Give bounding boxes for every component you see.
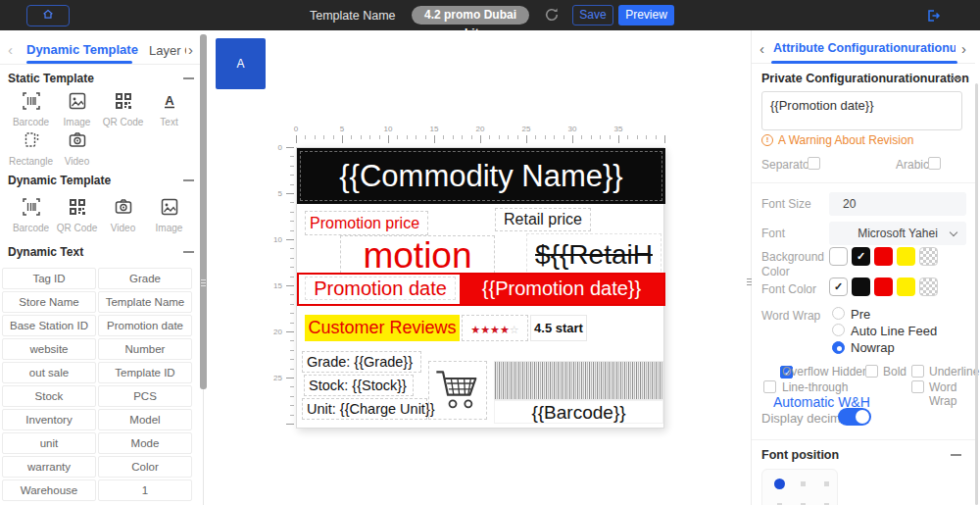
overflow-hidden-label[interactable]: Overflow Hidden [782, 365, 869, 379]
field-chip[interactable]: Template ID [98, 362, 192, 383]
star-rating-element[interactable] [462, 315, 528, 341]
line-through-label[interactable]: Line-through [782, 380, 848, 394]
preview-button[interactable]: Preview [618, 5, 674, 25]
field-chip[interactable]: Inventory [2, 409, 96, 430]
retail-price-value-element[interactable]: ${{RetaiH [526, 233, 662, 277]
value-textarea[interactable]: {{Promotion date}} [761, 91, 962, 130]
word-wrap-autolinefeed-radio[interactable] [832, 324, 845, 336]
word-wrap-checkbox[interactable] [911, 380, 924, 393]
home-button[interactable] [26, 5, 70, 26]
swatch-white[interactable] [829, 247, 848, 266]
chevron-left-icon[interactable]: ‹ [8, 40, 13, 60]
field-chip[interactable]: Warehouse [2, 480, 96, 501]
unit-element[interactable]: Unit: {{Charge Unit}} [302, 398, 427, 420]
swatch-transparent[interactable] [919, 247, 938, 266]
commodity-name-element[interactable]: {{Commodity Name}} [297, 148, 665, 204]
font-position-top-right[interactable] [824, 481, 829, 486]
swatch-red[interactable] [874, 247, 893, 266]
static-qrcode-tool[interactable]: QR Code [100, 91, 146, 127]
collapse-private-icon[interactable] [951, 77, 961, 79]
word-wrap-nowrap-radio[interactable] [832, 341, 845, 354]
static-image-tool[interactable]: Image [54, 91, 100, 127]
dynamic-image-tool[interactable]: Image [146, 197, 192, 233]
right-scrollbar[interactable] [975, 83, 978, 505]
swatch-red[interactable] [874, 278, 893, 296]
grade-element[interactable]: Grade: {{Grade}} [302, 351, 421, 373]
field-chip[interactable]: Promotion date [98, 315, 192, 336]
chevron-left-icon[interactable]: ‹ [760, 39, 764, 59]
tab-attribute-configuration[interactable]: Attribute Configurationurationuration [773, 41, 956, 55]
static-barcode-tool[interactable]: Barcode [8, 91, 54, 127]
field-chip[interactable]: Mode [98, 432, 192, 454]
swatch-yellow[interactable] [897, 247, 915, 266]
dynamic-barcode-tool[interactable]: Barcode [8, 197, 54, 233]
chevron-right-icon[interactable]: › [961, 39, 966, 59]
tab-layer-control[interactable]: Layer Co [149, 43, 186, 58]
promotion-date-band[interactable]: Promotion date {{Promotion date}} [297, 273, 665, 306]
line-through-checkbox[interactable] [763, 380, 776, 393]
tab-dynamic-template[interactable]: Dynamic Template [26, 42, 138, 57]
swatch-transparent[interactable] [919, 278, 938, 296]
customer-reviews-element[interactable]: Customer Reviews [305, 315, 460, 341]
arabic-checkbox[interactable] [928, 157, 941, 170]
field-chip[interactable]: Template Name [98, 291, 192, 313]
word-wrap-pre-radio[interactable] [832, 307, 845, 320]
separator-checkbox[interactable] [808, 157, 820, 170]
field-chip[interactable]: out sale [2, 362, 96, 383]
static-text-tool[interactable]: A Text [146, 91, 192, 127]
word-wrap-nowrap-label[interactable]: Nowrap [851, 340, 895, 355]
label-design[interactable]: {{Commodity Name}} Promotion price Retai… [296, 147, 664, 429]
field-chip[interactable]: Number [98, 338, 192, 360]
field-chip[interactable]: 1 [98, 480, 192, 501]
save-button[interactable]: Save [572, 5, 613, 25]
bold-checkbox[interactable] [865, 365, 878, 378]
dynamic-qrcode-tool[interactable]: QR Code [54, 197, 100, 233]
font-select[interactable]: Microsoft Yahei [829, 222, 966, 245]
word-wrap-checkbox-label[interactable]: Word Wrap [929, 380, 975, 408]
left-splitter[interactable] [200, 34, 207, 389]
barcode-text-element[interactable]: {{Barcode}} [494, 400, 663, 424]
template-name-input[interactable]: 4.2 promo Dubai white [412, 6, 529, 25]
font-position-top-center[interactable] [801, 481, 806, 486]
cart-element[interactable] [428, 361, 487, 420]
static-rectangle-tool[interactable]: Rectangle [8, 130, 54, 167]
stock-element[interactable]: Stock: {{Stock}} [304, 375, 414, 396]
field-chip[interactable]: Grade [98, 268, 192, 289]
refresh-icon[interactable] [544, 7, 561, 24]
field-chip[interactable]: unit [2, 432, 96, 454]
promotion-price-label-element[interactable]: Promotion price [305, 211, 428, 235]
swatch-black-selected[interactable] [852, 247, 870, 266]
barcode-stripes[interactable] [494, 361, 663, 400]
field-chip[interactable]: Tag ID [2, 268, 96, 289]
canvas-area[interactable]: A 0 5 10 15 20 25 30 35 0 5 10 15 20 25 … [207, 30, 751, 505]
swatch-black[interactable] [852, 278, 870, 296]
field-chip[interactable]: website [2, 338, 96, 360]
page-badge[interactable]: A [216, 38, 266, 89]
collapse-font-position-icon[interactable] [951, 454, 961, 456]
collapse-text-icon[interactable] [183, 251, 194, 253]
swatch-yellow[interactable] [897, 278, 915, 296]
field-chip[interactable]: Stock [2, 385, 96, 407]
underline-checkbox[interactable] [911, 365, 924, 378]
display-decimal-toggle[interactable] [838, 408, 871, 426]
dynamic-video-tool[interactable]: Video [100, 197, 146, 233]
font-position-top-left-selected[interactable] [774, 479, 785, 489]
static-video-tool[interactable]: Video [54, 130, 100, 167]
chevron-right-icon[interactable]: › [188, 40, 193, 60]
word-wrap-pre-label[interactable]: Pre [851, 307, 870, 322]
bold-label[interactable]: Bold [883, 365, 906, 379]
field-chip[interactable]: PCS [98, 385, 192, 407]
field-chip[interactable]: Base Station ID [2, 315, 96, 336]
promotion-date-value-element[interactable]: {{Promotion date}} [460, 275, 663, 304]
promotion-date-label-element[interactable]: Promotion date [305, 277, 456, 300]
underline-label[interactable]: Underline [929, 365, 979, 379]
collapse-static-icon[interactable] [183, 77, 194, 79]
swatch-white-selected[interactable] [829, 278, 848, 296]
font-size-input[interactable]: 20 [829, 192, 966, 216]
field-chip[interactable]: Model [98, 409, 192, 430]
field-chip[interactable]: warranty [2, 456, 96, 478]
word-wrap-autolinefeed-label[interactable]: Auto Line Feed [851, 324, 937, 338]
collapse-dynamic-icon[interactable] [183, 179, 194, 181]
rating-text-element[interactable]: 4.5 start [530, 315, 587, 341]
logout-icon[interactable] [925, 8, 941, 24]
